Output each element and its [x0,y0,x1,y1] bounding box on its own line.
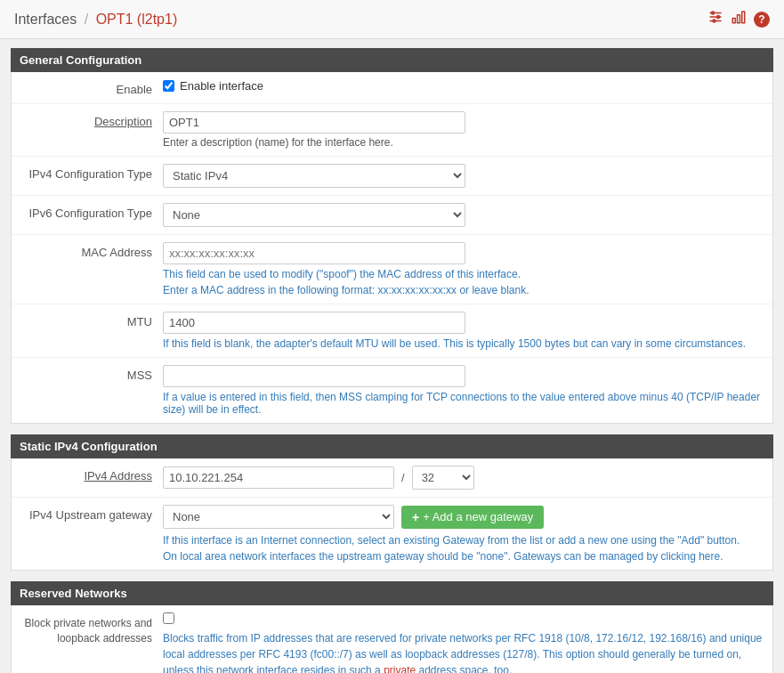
breadcrumb-base: Interfaces [14,12,77,27]
enable-label: Enable [20,79,163,96]
sliders-icon[interactable] [707,9,723,29]
enable-control: Enable interface [163,79,764,93]
chart-icon[interactable] [731,9,747,29]
block-private-control: Blocks traffic from IP addresses that ar… [163,612,764,673]
mtu-input[interactable] [163,312,465,334]
enable-row: Enable Enable interface [12,72,772,104]
description-control: Enter a description (name) for the inter… [163,111,764,149]
gateway-help2: On local area network interfaces the ups… [163,550,764,563]
general-config-body: Enable Enable interface Description Ente… [11,72,773,424]
ipv4-address-input[interactable] [163,466,394,489]
ipv4-config-type-row: IPv4 Configuration Type None Static IPv4… [12,157,772,196]
mtu-label: MTU [20,312,163,328]
static-ipv4-body: IPv4 Address / 32313029 28272625 2423222… [11,458,773,571]
reserved-networks-body: Block private networks and loopback addr… [11,605,773,673]
help-icon[interactable]: ? [754,12,770,28]
mac-help2: Enter a MAC address in the following for… [163,284,764,296]
ipv4-address-label: IPv4 Address [20,466,163,482]
static-ipv4-header: Static IPv4 Configuration [11,434,773,458]
block-private-checkbox[interactable] [163,612,174,624]
gateway-select[interactable]: None [163,505,394,529]
description-row: Description Enter a description (name) f… [12,104,772,157]
ipv4-gateway-control: None + + Add a new gateway If this inter… [163,505,764,563]
reserved-networks-header: Reserved Networks [11,581,773,605]
mac-address-input[interactable] [163,242,465,264]
svg-rect-8 [742,12,745,23]
gateway-help1: If this interface is an Internet connect… [163,534,764,547]
breadcrumb: Interfaces / OPT1 (l2tp1) [14,12,177,28]
subnet-select[interactable]: 32313029 28272625 24232221 20168 [412,466,474,490]
description-label: Description [20,111,163,128]
block-private-label: Block private networks and loopback addr… [20,612,163,646]
mss-control: If a value is entered in this field, the… [163,365,764,416]
ipv4-config-type-label: IPv4 Configuration Type [20,164,163,181]
mss-input[interactable] [163,365,465,387]
plus-icon: + [412,510,419,524]
page-header: Interfaces / OPT1 (l2tp1) ? [0,0,784,39]
slash-label: / [401,471,405,484]
breadcrumb-separator: / [85,12,88,27]
description-input[interactable] [163,111,465,134]
enable-checkbox-label[interactable]: Enable interface [180,79,263,93]
mac-address-control: This field can be used to modify ("spoof… [163,242,764,296]
description-help: Enter a description (name) for the inter… [163,136,764,149]
svg-point-3 [712,12,715,14]
mss-label: MSS [20,365,163,382]
main-content: General Configuration Enable Enable inte… [0,39,784,673]
svg-rect-6 [732,19,735,23]
mtu-help: If this field is blank, the adapter's de… [163,337,764,350]
static-ipv4-section: Static IPv4 Configuration IPv4 Address /… [11,434,773,571]
svg-rect-7 [738,15,740,23]
block-private-row: Block private networks and loopback addr… [12,605,772,673]
breadcrumb-current: OPT1 (l2tp1) [96,12,178,27]
mac-address-row: MAC Address This field can be used to mo… [12,235,772,304]
reserved-networks-section: Reserved Networks Block private networks… [11,581,773,673]
ipv6-config-type-row: IPv6 Configuration Type None Static IPv6… [12,196,772,235]
mtu-row: MTU If this field is blank, the adapter'… [12,304,772,358]
add-gateway-button[interactable]: + + Add a new gateway [401,506,544,529]
mac-address-label: MAC Address [20,242,163,259]
ipv6-config-type-select[interactable]: None Static IPv6 DHCPv6 SLAAC [163,203,465,227]
ipv4-config-type-select[interactable]: None Static IPv4 DHCP PPP PPPoE PPTP L2T… [163,164,465,188]
block-private-help: Blocks traffic from IP addresses that ar… [163,630,764,673]
ipv6-config-type-control: None Static IPv6 DHCPv6 SLAAC [163,203,764,227]
mss-row: MSS If a value is entered in this field,… [12,358,772,423]
ipv4-config-type-control: None Static IPv4 DHCP PPP PPPoE PPTP L2T… [163,164,764,188]
mss-help: If a value is entered in this field, the… [163,391,764,416]
header-icons: ? [707,9,770,29]
mac-help1: This field can be used to modify ("spoof… [163,268,764,280]
ipv4-address-control: / 32313029 28272625 24232221 20168 [163,466,764,490]
svg-point-5 [713,20,715,22]
general-config-header: General Configuration [11,48,773,72]
ipv4-gateway-label: IPv4 Upstream gateway [20,505,163,522]
general-config-section: General Configuration Enable Enable inte… [11,48,773,424]
enable-checkbox[interactable] [163,80,174,92]
ipv4-gateway-row: IPv4 Upstream gateway None + + Add a new… [12,498,772,570]
ipv6-config-type-label: IPv6 Configuration Type [20,203,163,220]
mtu-control: If this field is blank, the adapter's de… [163,312,764,350]
ipv4-address-row: IPv4 Address / 32313029 28272625 2423222… [12,458,772,498]
svg-point-4 [717,16,720,19]
